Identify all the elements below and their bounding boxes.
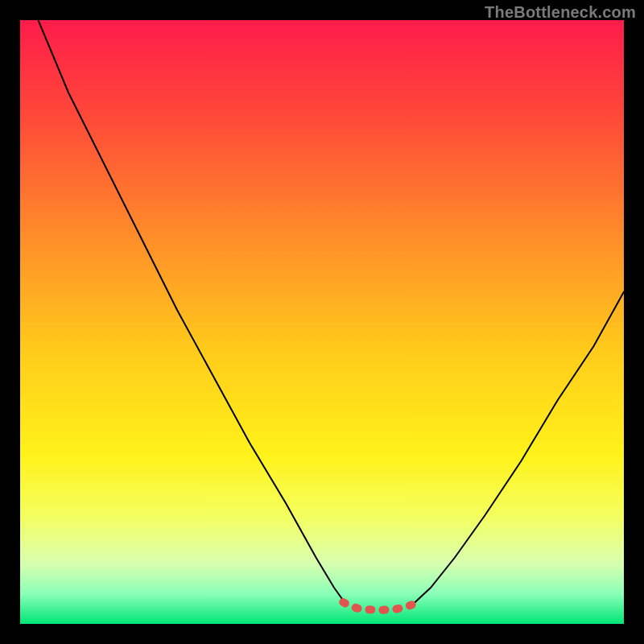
watermark-text: TheBottleneck.com <box>485 3 636 22</box>
chart-plot-area <box>20 20 624 624</box>
chart-background <box>20 20 624 624</box>
chart-svg <box>20 20 624 624</box>
chart-stage: TheBottleneck.com <box>0 0 644 644</box>
